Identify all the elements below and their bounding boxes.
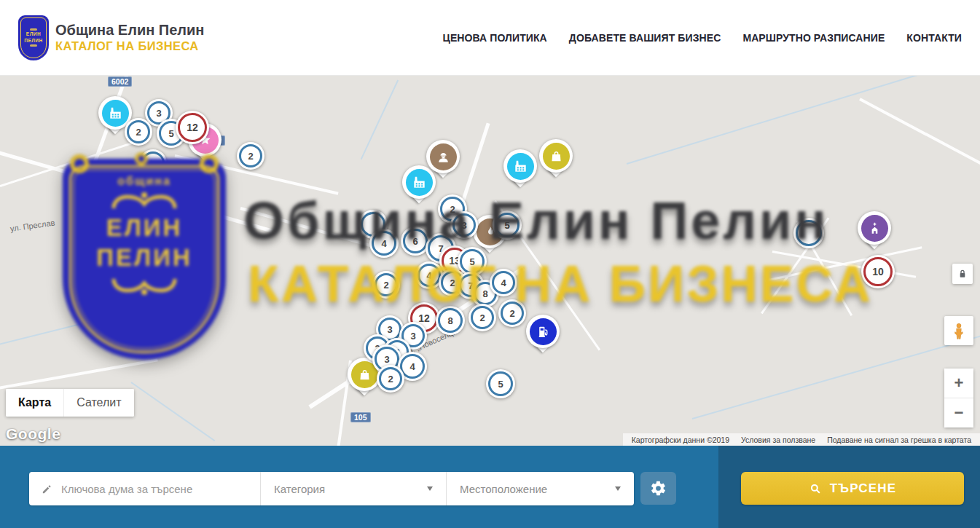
keyword-field[interactable]	[29, 472, 260, 505]
category-select-label: Категория	[274, 483, 325, 495]
map-cluster-marker[interactable]: 2	[125, 118, 152, 146]
zoom-in-button[interactable]: +	[944, 369, 973, 398]
watermark-crest: община ЕЛИН ПЕЛИН	[63, 159, 226, 360]
cluster-count: 3	[452, 213, 476, 237]
pencil-icon	[41, 483, 53, 495]
map-cluster-marker[interactable]: 2	[498, 299, 526, 327]
pin-head	[858, 211, 891, 245]
cluster-count: 2	[471, 306, 494, 329]
pin-head	[426, 140, 460, 173]
google-logo[interactable]: Google	[6, 425, 60, 443]
pegman-icon	[949, 321, 968, 340]
search-field-group: Категория Местоположение	[29, 472, 634, 505]
map-cluster-marker[interactable]: 2	[237, 142, 264, 170]
cluster-count: 2	[239, 144, 262, 168]
zoom-control: + −	[944, 369, 973, 427]
site-title: Община Елин Пелин	[55, 22, 204, 39]
cluster-count: 2	[379, 367, 402, 390]
location-select-label: Местоположение	[460, 483, 547, 495]
map-road	[0, 358, 158, 392]
factory-icon	[507, 153, 534, 180]
map-cluster-marker[interactable]: 5	[493, 210, 522, 240]
church-icon	[861, 215, 888, 242]
map-cluster-marker[interactable]: 2	[372, 271, 400, 299]
search-icon	[809, 482, 822, 495]
nav-item-kontakti[interactable]: КОНТАКТИ	[906, 32, 962, 44]
map-pin-church[interactable]	[858, 211, 891, 253]
chevron-down-icon	[427, 486, 433, 491]
map-type-satellite-button[interactable]: Сателит	[63, 389, 133, 417]
map-cluster-marker[interactable]: 4	[490, 269, 517, 296]
cluster-count: 6	[403, 229, 428, 253]
map-cluster-marker[interactable]: 4	[369, 229, 399, 258]
map-attribution: Картографски данни ©2019 Условия за полз…	[623, 433, 980, 446]
location-select[interactable]: Местоположение	[447, 472, 634, 505]
map-pin-fuel[interactable]	[526, 315, 560, 357]
cluster-count: 10	[863, 257, 893, 286]
cluster-count: 4	[372, 231, 396, 256]
nav-item-cenova-politika[interactable]: ЦЕНОВА ПОЛИТИКА	[443, 32, 547, 44]
map-road	[0, 140, 139, 187]
cluster-count: 5	[488, 371, 513, 396]
map-type-map-button[interactable]: Карта	[6, 389, 63, 417]
cluster-count: 4	[418, 264, 441, 287]
map-cluster-marker[interactable]: 2	[377, 365, 404, 393]
cluster-count: 2	[375, 273, 398, 296]
map-stream	[130, 382, 215, 441]
attribution-report-link[interactable]: Подаване на сигнал за грешка в картата	[821, 436, 977, 444]
watermark-crest-name2: ПЕЛИН	[96, 243, 192, 272]
attribution-terms-link[interactable]: Условия за ползване	[735, 436, 821, 444]
map-cluster-marker[interactable]	[139, 149, 167, 177]
lock-button[interactable]	[952, 264, 973, 284]
cluster-count: 4	[492, 271, 515, 294]
map-cluster-marker[interactable]: 5	[486, 369, 515, 398]
cluster-count	[796, 220, 822, 246]
nav-item-marshrutno-razpisanie[interactable]: МАРШРУТНО РАЗПИСАНИЕ	[742, 32, 885, 44]
map-road	[859, 98, 980, 176]
keyword-input[interactable]	[61, 483, 248, 495]
watermark-crest-word: община	[117, 175, 171, 188]
map-road	[765, 246, 922, 282]
pin-head	[503, 149, 537, 183]
map-pin-factory[interactable]	[503, 149, 537, 192]
chevron-down-icon	[615, 486, 621, 491]
map-cluster-marker[interactable]: 8	[436, 306, 465, 335]
zoom-out-button[interactable]: −	[944, 398, 973, 427]
road-badge: 6002	[108, 76, 132, 87]
map-cluster-marker[interactable]: 10	[861, 255, 895, 288]
map-type-control: Карта Сателит	[6, 389, 134, 417]
nav-item-dobavete-vashiyat-biznes[interactable]: ДОБАВЕТЕ ВАШИЯТ БИЗНЕС	[569, 32, 721, 44]
category-select[interactable]: Категория	[261, 472, 446, 505]
crest-name-line2: ПЕЛИН	[24, 38, 42, 44]
search-button-label: ТЪРСЕНЕ	[830, 481, 897, 496]
cluster-count: 2	[127, 120, 150, 143]
pin-head	[539, 139, 573, 173]
pin-head	[526, 315, 560, 348]
advanced-search-button[interactable]	[640, 472, 676, 505]
watermark-title-line1: Община Елин Пелин	[243, 191, 829, 251]
map-stream	[627, 76, 980, 165]
cluster-count	[141, 151, 165, 175]
map-cluster-marker[interactable]	[793, 218, 824, 248]
map-cluster-marker[interactable]: 12	[176, 111, 209, 144]
road-badge: 105	[350, 412, 371, 422]
cluster-count: 5	[495, 213, 520, 237]
crest-name-line1: ЕЛИН	[26, 31, 41, 37]
site-subtitle: КАТАЛОГ НА БИЗНЕСА	[55, 39, 204, 53]
attribution-data: Картографски данни ©2019	[626, 436, 735, 444]
map-pin-bag[interactable]	[539, 139, 573, 181]
cluster-count: 8	[438, 308, 463, 333]
map-canvas[interactable]: 3251222356471354227841282233383425106002…	[0, 76, 980, 446]
map-cluster-marker[interactable]: 2	[469, 304, 496, 331]
search-button[interactable]: ТЪРСЕНЕ	[741, 472, 964, 505]
watermark-title-line2: КАТАЛОГ НА БИЗНЕСА	[248, 255, 873, 313]
worker-icon	[430, 143, 457, 170]
map-pin-worker[interactable]	[426, 140, 460, 182]
site-logo[interactable]: ЕЛИН ПЕЛИН Община Елин Пелин КАТАЛОГ НА …	[18, 15, 204, 60]
pegman-button[interactable]	[944, 316, 973, 345]
bag-icon	[543, 143, 570, 170]
street-label: ул. Преслав	[9, 218, 55, 232]
search-bar: Категория Местоположение ТЪРСЕНЕ	[0, 446, 980, 528]
map-cluster-marker[interactable]: 3	[450, 211, 478, 239]
map-stream	[361, 80, 399, 160]
